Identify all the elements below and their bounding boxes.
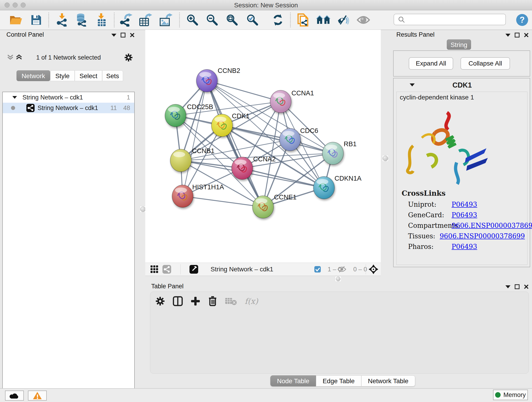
help-icon[interactable]: ? [515, 13, 530, 27]
export-table-icon[interactable] [138, 13, 153, 27]
network-selection-status: 1 of 1 Network selected [0, 54, 137, 61]
import-table-icon[interactable] [94, 13, 109, 27]
collection-label: String Network – cdk1 [22, 94, 83, 101]
crosslink-row: Uniprot:P06493 [408, 199, 525, 210]
crosslink-link[interactable]: P06493 [452, 211, 477, 219]
expand-all-button[interactable]: Expand All [409, 57, 453, 70]
collapse-all-button[interactable]: Collapse All [461, 57, 510, 70]
cloud-button[interactable] [5, 390, 24, 401]
network-row[interactable]: String Network – cdk1 11 48 [3, 103, 134, 113]
collection-expand-icon[interactable] [12, 96, 17, 99]
node-HIST1H1A[interactable] [172, 185, 193, 207]
node-CCNA2[interactable] [232, 157, 253, 179]
hide-eye-icon[interactable] [336, 13, 351, 27]
network-label: String Network – cdk1 [38, 104, 98, 112]
crosslink-link[interactable]: P06493 [452, 201, 477, 208]
table-options-gear-icon[interactable] [155, 296, 165, 306]
node-CDK1[interactable] [211, 114, 233, 137]
float-panel-icon[interactable] [515, 284, 520, 289]
import-network-database-icon[interactable] [74, 13, 89, 27]
save-session-icon[interactable] [29, 13, 44, 27]
tab-string[interactable]: String [447, 39, 471, 50]
edge-HIST1H1A-CCNE1[interactable] [183, 196, 263, 207]
bottom-splitter-handle[interactable] [335, 276, 341, 282]
results-panel-title: Results Panel [396, 31, 435, 38]
birdseye-grid-icon[interactable] [150, 265, 158, 274]
hidden-eye-icon [337, 266, 346, 273]
float-panel-icon[interactable] [515, 32, 520, 38]
tab-select[interactable]: Select [75, 70, 102, 81]
network-canvas[interactable]: CCNB2CCNA1CDC25BCDK1CDC6RB1CCNB1CCNA2CDK… [145, 30, 381, 263]
float-panel-icon[interactable] [120, 32, 126, 38]
protein-description: cyclin-dependent kinase 1 [400, 94, 474, 101]
protein-detail-box: cyclin-dependent kinase 1 CrossLinks Uni… [396, 92, 527, 265]
crosslink-link[interactable]: P06493 [452, 243, 477, 250]
delete-table-icon [225, 297, 237, 305]
panel-menu-icon[interactable] [505, 34, 510, 37]
node-CCNB2[interactable] [196, 70, 217, 92]
node-label-CDC25B: CDC25B [187, 103, 213, 110]
node-CCNB1[interactable] [170, 149, 191, 172]
table-container: f(x) shared namenamecanonical namedataba… [150, 292, 529, 374]
tab-edge-table[interactable]: Edge Table [316, 375, 361, 386]
tab-sets[interactable]: Sets [102, 70, 123, 81]
tab-network[interactable]: Network [17, 70, 50, 81]
function-builder-icon: f(x) [245, 297, 258, 306]
network-share-badge-icon [26, 104, 35, 112]
houses-icon[interactable] [316, 13, 331, 27]
import-network-file-icon[interactable] [55, 13, 70, 27]
export-network-icon[interactable] [119, 13, 133, 27]
zoom-selected-icon[interactable] [245, 13, 260, 27]
node-label-RB1: RB1 [344, 140, 356, 148]
warning-icon [32, 391, 42, 400]
node-CCNE1[interactable] [253, 196, 273, 218]
memory-button[interactable]: Memory [493, 390, 528, 400]
panel-menu-icon[interactable] [505, 285, 510, 288]
open-session-icon[interactable] [9, 13, 23, 27]
selected-checkbox-icon[interactable] [314, 266, 321, 273]
export-image-icon[interactable] [158, 13, 173, 27]
tab-style[interactable]: Style [50, 70, 75, 81]
network-collection-row[interactable]: String Network – cdk1 1 [3, 92, 134, 103]
tab-node-table[interactable]: Node Table [270, 375, 316, 386]
search-input[interactable] [407, 16, 505, 23]
panel-menu-icon[interactable] [111, 34, 116, 37]
clone-network-icon[interactable] [296, 13, 310, 27]
network-status-dot [11, 106, 15, 110]
edge-CCNB2-HIST1H1A[interactable] [183, 81, 207, 196]
crosslink-row: Compartments:9606.ENSP00000378699 [408, 220, 525, 231]
svg-text:?: ? [520, 15, 525, 25]
delete-column-icon[interactable] [208, 296, 217, 306]
node-label-CDKN1A: CDKN1A [335, 175, 361, 182]
node-RB1[interactable] [322, 142, 343, 165]
zoom-out-icon[interactable] [205, 13, 220, 27]
fit-content-crosshair-icon[interactable] [369, 264, 378, 274]
network-options-gear-icon[interactable] [124, 53, 133, 62]
network-overview-icon[interactable] [162, 265, 171, 274]
tab-network-table[interactable]: Network Table [361, 375, 415, 386]
protein-name: CDK1 [394, 81, 531, 89]
protein-structure-image [399, 106, 495, 186]
detach-view-icon[interactable] [189, 265, 198, 274]
right-splitter-handle[interactable] [382, 155, 389, 162]
crosslink-link[interactable]: 9606.ENSP00000378699 [452, 222, 532, 230]
warning-button[interactable] [28, 390, 47, 401]
node-CDC25B[interactable] [165, 104, 186, 127]
close-panel-icon[interactable] [524, 284, 529, 289]
crosslinks-title: CrossLinks [402, 189, 446, 197]
node-CDKN1A[interactable] [313, 177, 335, 199]
zoom-fit-icon[interactable] [225, 13, 239, 27]
edge-CCNA2-CDKN1A[interactable] [242, 168, 324, 188]
refresh-icon[interactable] [271, 13, 285, 27]
gray-eye-icon[interactable] [356, 13, 371, 27]
node-CCNA1[interactable] [270, 90, 291, 113]
zoom-in-icon[interactable] [185, 13, 200, 27]
close-panel-icon[interactable] [130, 32, 135, 38]
crosslink-row: GeneCard:P06493 [408, 210, 525, 220]
node-CDC6[interactable] [279, 128, 301, 151]
add-column-icon[interactable] [191, 296, 200, 306]
show-columns-icon[interactable] [173, 296, 183, 306]
crosslink-link[interactable]: 9606.ENSP00000378699 [440, 232, 525, 240]
close-panel-icon[interactable] [524, 32, 529, 38]
crosslink-label: GeneCard: [408, 211, 452, 219]
